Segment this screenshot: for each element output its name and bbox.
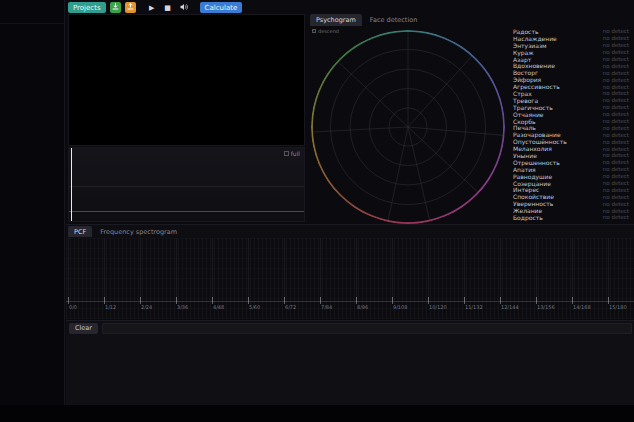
sidebar-divider — [0, 23, 64, 24]
time-tick-label: 4/48 — [213, 304, 224, 310]
emotion-row: Интересno detect — [508, 186, 632, 193]
emotion-row: Меланхолияno detect — [508, 145, 632, 152]
time-tick-label: 13/156 — [537, 304, 555, 310]
emotion-value: no detect — [603, 180, 629, 186]
tab-psychogram[interactable]: Psychogram — [310, 14, 362, 26]
emotion-row: Страхno detect — [508, 90, 632, 97]
spectrogram-canvas[interactable]: 0/01/122/243/364/485/606/727/848/969/108… — [66, 238, 634, 319]
psychogram-tabbar: Psychogram Face detection — [306, 14, 634, 26]
emotion-row: Наслаждениеno detect — [508, 35, 632, 42]
emotion-row: Трагичностьno detect — [508, 104, 632, 111]
emotion-value: no detect — [603, 118, 629, 124]
play-button[interactable]: ▶ — [146, 2, 158, 13]
emotion-value: no detect — [603, 166, 629, 172]
stop-button[interactable]: ■ — [162, 2, 174, 13]
emotion-list: Радостьno detectНаслаждениеno detectЭнту… — [508, 28, 632, 221]
upload-button[interactable] — [125, 2, 136, 13]
time-tick-label: 11/132 — [465, 304, 483, 310]
tab-frequency-spectrogram[interactable]: Frequency spectrogram — [94, 226, 183, 237]
emotion-row: Вдохновениеno detect — [508, 62, 632, 69]
emotion-row: Равнодушиеno detect — [508, 173, 632, 180]
waveform-baseline — [69, 211, 304, 212]
toolbar: Projects ▶ ■ Calculate — [68, 1, 242, 14]
spectrogram-tabbar: PCF Frequency spectrogram — [66, 225, 634, 237]
emotion-row: Тревогаno detect — [508, 97, 632, 104]
emotion-row: Уныниеno detect — [508, 152, 632, 159]
time-tick-label: 5/60 — [249, 304, 260, 310]
emotion-value: no detect — [603, 97, 629, 103]
spectrogram-section: PCF Frequency spectrogram 0/01/122/243/3… — [66, 224, 634, 318]
emotion-value: no detect — [603, 208, 629, 214]
clear-toolbar: Clear — [66, 320, 634, 335]
emotion-row: Спокойствиеno detect — [508, 193, 632, 200]
emotion-row: Отрешенностьno detect — [508, 159, 632, 166]
emotion-name: Бодрость — [513, 214, 543, 221]
emotion-row: Энтузиазмno detect — [508, 42, 632, 49]
emotion-value: no detect — [603, 35, 629, 41]
video-preview — [68, 14, 305, 146]
tab-pcf[interactable]: PCF — [68, 226, 92, 237]
clear-button[interactable]: Clear — [69, 323, 98, 334]
psychogram-panel: Psychogram Face detection descend — [306, 14, 634, 224]
emotion-value: no detect — [603, 159, 629, 165]
download-button[interactable] — [110, 2, 121, 13]
polar-rainbow-rim — [311, 30, 505, 224]
full-checkbox-label: full — [291, 150, 300, 157]
download-icon — [112, 3, 119, 12]
play-icon: ▶ — [149, 4, 154, 12]
time-tick-label: 1/12 — [105, 304, 116, 310]
emotion-value: no detect — [603, 187, 629, 193]
waveform-panel[interactable]: full — [68, 147, 305, 222]
emotion-value: no detect — [603, 77, 629, 83]
emotion-value: no detect — [603, 84, 629, 90]
emotion-row: Созерцаниеno detect — [508, 180, 632, 187]
playhead-cursor[interactable] — [71, 148, 72, 221]
emotion-row: Отчаяниеno detect — [508, 111, 632, 118]
time-axis: 0/01/122/243/364/485/606/727/848/969/108… — [66, 238, 634, 319]
emotion-value: no detect — [603, 125, 629, 131]
emotion-value: no detect — [603, 63, 629, 69]
emotion-value: no detect — [603, 173, 629, 179]
bottom-strip — [0, 405, 634, 422]
emotion-row: Азартno detect — [508, 56, 632, 63]
emotion-value: no detect — [603, 28, 629, 34]
emotion-value: no detect — [603, 111, 629, 117]
stop-icon: ■ — [164, 4, 171, 12]
emotion-value: no detect — [603, 42, 629, 48]
emotion-value: no detect — [603, 214, 629, 220]
emotion-row: Разочарованиеno detect — [508, 131, 632, 138]
volume-icon — [180, 3, 188, 13]
emotion-value: no detect — [603, 152, 629, 158]
emotion-row: Печальno detect — [508, 124, 632, 131]
psychogram-chart — [311, 30, 505, 224]
emotion-row: Уверенностьno detect — [508, 200, 632, 207]
emotion-value: no detect — [603, 132, 629, 138]
volume-button[interactable] — [178, 2, 190, 13]
full-checkbox[interactable]: full — [284, 150, 300, 157]
emotion-row: Опустошённостьno detect — [508, 138, 632, 145]
emotion-value: no detect — [603, 70, 629, 76]
emotion-row: Радостьno detect — [508, 28, 632, 35]
emotion-value: no detect — [603, 56, 629, 62]
time-tick-label: 0/0 — [69, 304, 77, 310]
emotion-row: Желаниеno detect — [508, 207, 632, 214]
time-tick-label: 12/144 — [501, 304, 519, 310]
emotion-value: no detect — [603, 104, 629, 110]
time-tick-label: 10/120 — [429, 304, 447, 310]
time-tick-label: 15/180 — [609, 304, 627, 310]
projects-button[interactable]: Projects — [68, 2, 106, 13]
projects-sidebar — [0, 0, 65, 405]
time-tick-label: 8/96 — [357, 304, 368, 310]
calculate-button[interactable]: Calculate — [200, 2, 243, 13]
emotion-row: Восторгno detect — [508, 69, 632, 76]
time-tick-label: 14/168 — [573, 304, 591, 310]
time-tick-label: 9/108 — [393, 304, 407, 310]
tab-face-detection[interactable]: Face detection — [364, 14, 423, 26]
time-tick-label: 2/24 — [141, 304, 152, 310]
emotion-row: Апатияno detect — [508, 166, 632, 173]
time-tick-label: 3/36 — [177, 304, 188, 310]
upload-icon — [127, 3, 134, 12]
results-panel — [66, 335, 634, 405]
emotion-row: Скорбьno detect — [508, 118, 632, 125]
emotion-row: Агрессивностьno detect — [508, 83, 632, 90]
